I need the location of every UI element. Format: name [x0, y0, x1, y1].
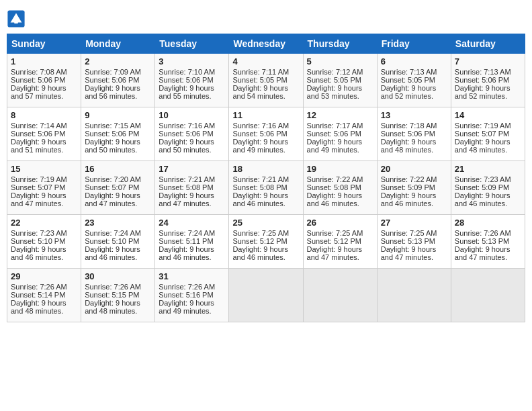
- calendar-cell: [303, 269, 377, 322]
- sunset-text: Sunset: 5:06 PM: [159, 76, 213, 84]
- day-number: 18: [232, 164, 299, 174]
- sunset-text: Sunset: 5:08 PM: [159, 183, 213, 191]
- day-number: 31: [159, 271, 225, 281]
- sunset-text: Sunset: 5:05 PM: [232, 76, 287, 84]
- sunset-text: Sunset: 5:06 PM: [159, 130, 213, 138]
- sunset-text: Sunset: 5:16 PM: [159, 291, 213, 299]
- day-number: 13: [381, 110, 447, 120]
- calendar-row-2: 15 Sunrise: 7:19 AM Sunset: 5:07 PM Dayl…: [7, 161, 525, 215]
- daylight-text: Daylight: 9 hours and 57 minutes.: [11, 84, 66, 100]
- daylight-text: Daylight: 9 hours and 46 minutes.: [232, 191, 288, 208]
- calendar-cell: 28 Sunrise: 7:26 AM Sunset: 5:13 PM Dayl…: [451, 215, 525, 269]
- logo-icon: [7, 9, 26, 28]
- day-number: 5: [307, 56, 373, 66]
- day-number: 12: [307, 110, 373, 120]
- daylight-text: Daylight: 9 hours and 46 minutes.: [455, 191, 511, 208]
- sunrise-text: Sunrise: 7:15 AM: [85, 122, 141, 130]
- sunset-text: Sunset: 5:05 PM: [307, 76, 361, 84]
- sunrise-text: Sunrise: 7:16 AM: [159, 122, 215, 130]
- day-number: 19: [307, 164, 373, 174]
- sunrise-text: Sunrise: 7:23 AM: [455, 175, 511, 183]
- sunset-text: Sunset: 5:12 PM: [307, 237, 361, 245]
- day-number: 24: [159, 218, 225, 228]
- daylight-text: Daylight: 9 hours and 46 minutes.: [11, 245, 66, 261]
- sunset-text: Sunset: 5:08 PM: [307, 183, 361, 191]
- daylight-text: Daylight: 9 hours and 47 minutes.: [159, 191, 214, 208]
- daylight-text: Daylight: 9 hours and 47 minutes.: [11, 191, 66, 208]
- day-number: 6: [381, 56, 447, 66]
- sunset-text: Sunset: 5:13 PM: [381, 237, 435, 245]
- daylight-text: Daylight: 9 hours and 46 minutes.: [232, 245, 288, 261]
- col-header-wednesday: Wednesday: [229, 34, 303, 54]
- calendar-cell: 4 Sunrise: 7:11 AM Sunset: 5:05 PM Dayli…: [229, 54, 303, 107]
- daylight-text: Daylight: 9 hours and 47 minutes.: [85, 191, 140, 208]
- daylight-text: Daylight: 9 hours and 46 minutes.: [85, 245, 140, 261]
- calendar-cell: 5 Sunrise: 7:12 AM Sunset: 5:05 PM Dayli…: [303, 54, 377, 107]
- daylight-text: Daylight: 9 hours and 47 minutes.: [455, 245, 511, 261]
- sunrise-text: Sunrise: 7:12 AM: [307, 68, 363, 76]
- sunset-text: Sunset: 5:06 PM: [85, 130, 139, 138]
- sunrise-text: Sunrise: 7:11 AM: [232, 68, 289, 76]
- col-header-sunday: Sunday: [7, 34, 81, 54]
- daylight-text: Daylight: 9 hours and 49 minutes.: [159, 299, 214, 315]
- calendar-cell: 29 Sunrise: 7:26 AM Sunset: 5:14 PM Dayl…: [7, 269, 81, 322]
- daylight-text: Daylight: 9 hours and 53 minutes.: [307, 84, 363, 100]
- sunrise-text: Sunrise: 7:26 AM: [159, 283, 215, 291]
- sunset-text: Sunset: 5:14 PM: [11, 291, 65, 299]
- day-number: 4: [232, 56, 299, 66]
- sunset-text: Sunset: 5:13 PM: [455, 237, 509, 245]
- daylight-text: Daylight: 9 hours and 47 minutes.: [381, 245, 437, 261]
- sunrise-text: Sunrise: 7:09 AM: [85, 68, 141, 76]
- calendar-cell: 24 Sunrise: 7:24 AM Sunset: 5:11 PM Dayl…: [155, 215, 229, 269]
- calendar-row-4: 29 Sunrise: 7:26 AM Sunset: 5:14 PM Dayl…: [7, 269, 525, 322]
- sunset-text: Sunset: 5:06 PM: [307, 130, 361, 138]
- calendar-cell: 26 Sunrise: 7:25 AM Sunset: 5:12 PM Dayl…: [303, 215, 377, 269]
- daylight-text: Daylight: 9 hours and 50 minutes.: [159, 138, 214, 154]
- day-number: 1: [11, 56, 77, 66]
- calendar-cell: 23 Sunrise: 7:24 AM Sunset: 5:10 PM Dayl…: [81, 215, 155, 269]
- sunrise-text: Sunrise: 7:19 AM: [455, 122, 511, 130]
- sunset-text: Sunset: 5:06 PM: [381, 130, 435, 138]
- sunrise-text: Sunrise: 7:18 AM: [381, 122, 437, 130]
- daylight-text: Daylight: 9 hours and 49 minutes.: [232, 138, 288, 154]
- sunset-text: Sunset: 5:06 PM: [85, 76, 139, 84]
- day-number: 21: [455, 164, 521, 174]
- day-number: 8: [11, 110, 77, 120]
- calendar-row-0: 1 Sunrise: 7:08 AM Sunset: 5:06 PM Dayli…: [7, 54, 525, 107]
- sunrise-text: Sunrise: 7:26 AM: [85, 283, 141, 291]
- col-header-friday: Friday: [377, 34, 451, 54]
- daylight-text: Daylight: 9 hours and 52 minutes.: [381, 84, 437, 100]
- sunrise-text: Sunrise: 7:13 AM: [455, 68, 511, 76]
- day-number: 10: [159, 110, 225, 120]
- day-number: 20: [381, 164, 447, 174]
- sunset-text: Sunset: 5:10 PM: [85, 237, 139, 245]
- calendar-cell: 20 Sunrise: 7:22 AM Sunset: 5:09 PM Dayl…: [377, 161, 451, 215]
- sunrise-text: Sunrise: 7:21 AM: [159, 175, 215, 183]
- calendar-cell: 16 Sunrise: 7:20 AM Sunset: 5:07 PM Dayl…: [81, 161, 155, 215]
- daylight-text: Daylight: 9 hours and 51 minutes.: [11, 138, 66, 154]
- sunrise-text: Sunrise: 7:25 AM: [232, 229, 289, 237]
- calendar-cell: 2 Sunrise: 7:09 AM Sunset: 5:06 PM Dayli…: [81, 54, 155, 107]
- calendar-cell: 1 Sunrise: 7:08 AM Sunset: 5:06 PM Dayli…: [7, 54, 81, 107]
- sunrise-text: Sunrise: 7:13 AM: [381, 68, 437, 76]
- sunset-text: Sunset: 5:12 PM: [232, 237, 287, 245]
- sunset-text: Sunset: 5:08 PM: [232, 183, 287, 191]
- daylight-text: Daylight: 9 hours and 47 minutes.: [307, 245, 363, 261]
- sunrise-text: Sunrise: 7:24 AM: [85, 229, 141, 237]
- sunrise-text: Sunrise: 7:20 AM: [85, 175, 141, 183]
- calendar-cell: 25 Sunrise: 7:25 AM Sunset: 5:12 PM Dayl…: [229, 215, 303, 269]
- sunrise-text: Sunrise: 7:16 AM: [232, 122, 289, 130]
- calendar-cell: 6 Sunrise: 7:13 AM Sunset: 5:05 PM Dayli…: [377, 54, 451, 107]
- calendar-cell: 19 Sunrise: 7:22 AM Sunset: 5:08 PM Dayl…: [303, 161, 377, 215]
- sunrise-text: Sunrise: 7:21 AM: [232, 175, 289, 183]
- calendar-cell: 10 Sunrise: 7:16 AM Sunset: 5:06 PM Dayl…: [155, 107, 229, 161]
- calendar-cell: [451, 269, 525, 322]
- day-number: 26: [307, 218, 373, 228]
- sunrise-text: Sunrise: 7:08 AM: [11, 68, 67, 76]
- day-number: 9: [85, 110, 151, 120]
- sunrise-text: Sunrise: 7:25 AM: [307, 229, 363, 237]
- sunrise-text: Sunrise: 7:19 AM: [11, 175, 67, 183]
- calendar-cell: 14 Sunrise: 7:19 AM Sunset: 5:07 PM Dayl…: [451, 107, 525, 161]
- sunset-text: Sunset: 5:11 PM: [159, 237, 213, 245]
- day-number: 25: [232, 218, 299, 228]
